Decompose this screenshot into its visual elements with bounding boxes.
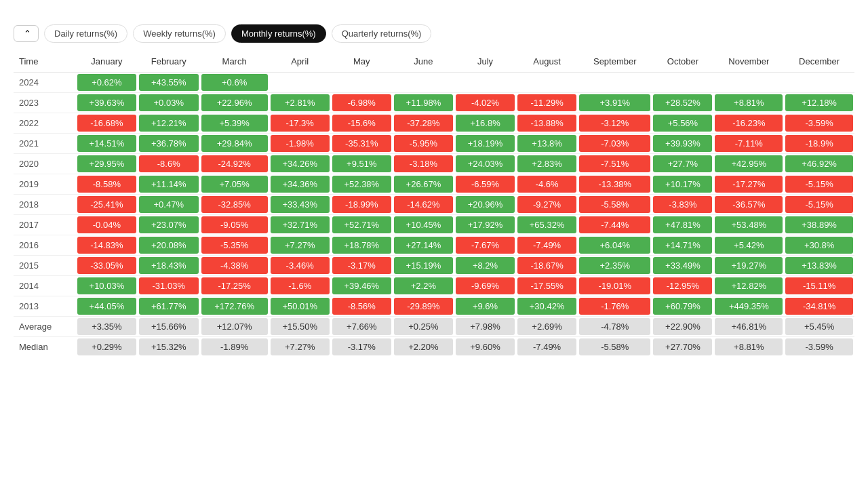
column-header-december: December <box>784 51 854 73</box>
column-header-august: August <box>516 51 578 73</box>
value-cell: -13.88% <box>516 113 578 134</box>
value-cell: -6.98% <box>331 93 393 113</box>
value-cell: -7.67% <box>454 235 516 256</box>
value-cell: +2.2% <box>393 276 454 296</box>
value-cell: -29.89% <box>393 296 454 317</box>
value-cell <box>454 73 516 93</box>
value-cell: +11.98% <box>393 93 454 113</box>
value-cell: -3.18% <box>393 154 454 174</box>
value-cell: +10.45% <box>393 215 454 235</box>
tab-daily[interactable]: Daily returns(%) <box>44 24 127 43</box>
median-cell: -1.89% <box>200 337 269 357</box>
value-cell: -0.04% <box>76 215 138 235</box>
value-cell: +5.42% <box>713 235 784 256</box>
value-cell: +8.2% <box>454 256 516 276</box>
value-cell: -1.98% <box>269 134 331 154</box>
year-cell: 2013 <box>14 296 76 317</box>
value-cell: +43.55% <box>138 73 200 93</box>
table-row: 2020+29.95%-8.6%-24.92%+34.26%+9.51%-3.1… <box>14 154 854 174</box>
value-cell: -37.28% <box>393 113 454 134</box>
value-cell: +18.78% <box>331 235 393 256</box>
value-cell: +0.03% <box>138 93 200 113</box>
value-cell: -8.6% <box>138 154 200 174</box>
value-cell: +449.35% <box>713 296 784 317</box>
value-cell: -5.95% <box>393 134 454 154</box>
value-cell: +9.6% <box>454 296 516 317</box>
value-cell: -18.67% <box>516 256 578 276</box>
value-cell: -3.17% <box>331 256 393 276</box>
median-cell: +8.81% <box>713 337 784 357</box>
value-cell: +22.96% <box>200 93 269 113</box>
table-row: 2024+0.62%+43.55%+0.6% <box>14 73 854 93</box>
value-cell: -17.27% <box>713 174 784 195</box>
column-header-september: September <box>578 51 652 73</box>
value-cell: +17.92% <box>454 215 516 235</box>
value-cell: -9.69% <box>454 276 516 296</box>
median-cell: +7.27% <box>269 337 331 357</box>
value-cell: +7.05% <box>200 174 269 195</box>
value-cell: +12.21% <box>138 113 200 134</box>
value-cell: -8.58% <box>76 174 138 195</box>
value-cell: -7.03% <box>578 134 652 154</box>
value-cell: -7.49% <box>516 235 578 256</box>
value-cell: +61.77% <box>138 296 200 317</box>
value-cell: -15.6% <box>331 113 393 134</box>
year-cell: 2023 <box>14 93 76 113</box>
column-header-april: April <box>269 51 331 73</box>
value-cell: +172.76% <box>200 296 269 317</box>
value-cell: +8.81% <box>713 93 784 113</box>
value-cell: -4.6% <box>516 174 578 195</box>
chevron-icon: ⌃ <box>24 28 31 39</box>
value-cell: -7.51% <box>578 154 652 174</box>
value-cell: +39.46% <box>331 276 393 296</box>
year-cell: 2019 <box>14 174 76 195</box>
value-cell: +7.27% <box>269 235 331 256</box>
year-cell: 2016 <box>14 235 76 256</box>
value-cell: +28.52% <box>652 93 713 113</box>
value-cell: +27.7% <box>652 154 713 174</box>
value-cell: -16.68% <box>76 113 138 134</box>
value-cell: +34.26% <box>269 154 331 174</box>
value-cell: +13.8% <box>516 134 578 154</box>
value-cell <box>269 73 331 93</box>
value-cell: -17.25% <box>200 276 269 296</box>
value-cell: +60.79% <box>652 296 713 317</box>
table-row: 2023+39.63%+0.03%+22.96%+2.81%-6.98%+11.… <box>14 93 854 113</box>
median-cell: -3.59% <box>784 337 854 357</box>
tab-monthly[interactable]: Monthly returns(%) <box>231 24 326 43</box>
value-cell <box>578 73 652 93</box>
value-cell: +39.63% <box>76 93 138 113</box>
value-cell: +2.35% <box>578 256 652 276</box>
value-cell <box>393 73 454 93</box>
value-cell: +20.96% <box>454 195 516 215</box>
average-row: Average+3.35%+15.66%+12.07%+15.50%+7.66%… <box>14 317 854 337</box>
value-cell: +29.95% <box>76 154 138 174</box>
value-cell: -33.05% <box>76 256 138 276</box>
value-cell <box>516 73 578 93</box>
table-row: 2019-8.58%+11.14%+7.05%+34.36%+52.38%+26… <box>14 174 854 195</box>
median-row: Median+0.29%+15.32%-1.89%+7.27%-3.17%+2.… <box>14 337 854 357</box>
column-header-february: February <box>138 51 200 73</box>
value-cell: +46.92% <box>784 154 854 174</box>
asset-selector[interactable]: ⌃ <box>14 25 39 42</box>
column-header-july: July <box>454 51 516 73</box>
average-cell: +12.07% <box>200 317 269 337</box>
value-cell: +50.01% <box>269 296 331 317</box>
table-row: 2014+10.03%-31.03%-17.25%-1.6%+39.46%+2.… <box>14 276 854 296</box>
value-cell: +52.71% <box>331 215 393 235</box>
value-cell: -13.38% <box>578 174 652 195</box>
tab-quarterly[interactable]: Quarterly returns(%) <box>332 24 432 43</box>
tab-weekly[interactable]: Weekly returns(%) <box>133 24 226 43</box>
value-cell: +24.03% <box>454 154 516 174</box>
value-cell: +42.95% <box>713 154 784 174</box>
value-cell: +44.05% <box>76 296 138 317</box>
value-cell: -5.15% <box>784 195 854 215</box>
median-cell: +15.32% <box>138 337 200 357</box>
value-cell: +3.91% <box>578 93 652 113</box>
table-row: 2021+14.51%+36.78%+29.84%-1.98%-35.31%-5… <box>14 134 854 154</box>
value-cell: +39.93% <box>652 134 713 154</box>
toolbar: ⌃ Daily returns(%) Weekly returns(%) Mon… <box>14 24 854 43</box>
value-cell: -15.11% <box>784 276 854 296</box>
column-header-time: Time <box>14 51 76 73</box>
column-header-may: May <box>331 51 393 73</box>
